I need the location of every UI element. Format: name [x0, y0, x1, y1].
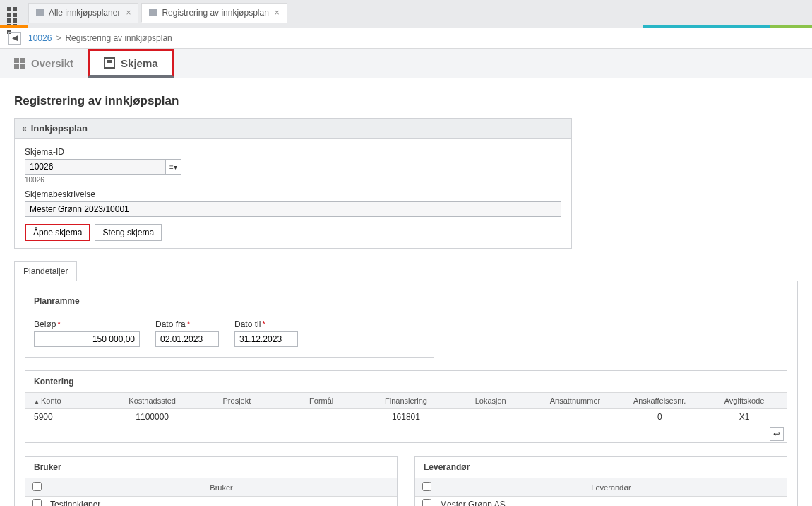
col-avgiftskode[interactable]: Avgiftskode [702, 393, 787, 409]
box-title: Planramme [25, 290, 434, 312]
box-leverandor: Leverandør Leverandør Mester Grønn AS [414, 456, 787, 506]
cell-konto: 5900 [25, 409, 110, 425]
tab-oversikt[interactable]: Oversikt [0, 49, 88, 78]
box-title: Bruker [25, 457, 397, 478]
open-schema-button[interactable]: Åpne skjema [25, 224, 90, 241]
col-bruker[interactable]: Bruker [46, 478, 397, 497]
label-dato-til: Dato til* [234, 319, 298, 329]
tab-label: Skjema [121, 57, 158, 69]
panel-innkjopsplan: « Innkjøpsplan Skjema-ID ≡▾ 10026 Skjema… [14, 118, 572, 249]
app-menu-icon[interactable] [6, 6, 20, 20]
input-belop[interactable] [34, 331, 140, 347]
tab-registrering[interactable]: Registrering av innkjøpsplan × [141, 3, 287, 23]
panel-title: Innkjøpsplan [31, 123, 88, 134]
tab-close-icon[interactable]: × [275, 8, 280, 18]
breadcrumb-sep: > [56, 33, 61, 43]
breadcrumb-current: Registrering av innkjøpsplan [65, 33, 172, 43]
subtab-plandetaljer[interactable]: Plandetaljer [14, 261, 77, 281]
tab-label: Oversikt [31, 57, 73, 69]
page-title: Registrering av innkjøpsplan [14, 94, 798, 108]
label-dato-fra: Dato fra* [155, 319, 219, 329]
tab-icon [36, 9, 44, 16]
label-skjema-id: Skjema-ID [25, 147, 561, 157]
cell-formaal [279, 409, 364, 425]
checkbox-row[interactable] [32, 499, 42, 506]
cell-kostnadssted: 1100000 [110, 409, 195, 425]
tab-icon [149, 9, 157, 16]
input-skjemabeskrivelse[interactable] [25, 201, 561, 217]
form-icon [104, 57, 115, 69]
grid-icon [14, 58, 25, 69]
table-row[interactable]: 5900 1100000 161801 0 X1 [25, 409, 787, 425]
box-title: Leverandør [415, 457, 787, 478]
col-kostnadssted[interactable]: Kostnadssted [110, 393, 195, 409]
view-tabs: Oversikt Skjema [0, 49, 812, 78]
box-title: Kontering [25, 371, 787, 392]
col-lokasjon[interactable]: Lokasjon [448, 393, 533, 409]
cell-ansattnummer [533, 409, 618, 425]
collapse-icon: « [22, 124, 27, 134]
list-item[interactable]: Testinnkjøper [25, 497, 397, 507]
tab-close-icon[interactable]: × [126, 8, 131, 18]
box-planramme: Planramme Beløp* Dato fra* Dato til* [25, 290, 434, 358]
col-ansattnummer[interactable]: Ansattnummer [533, 393, 618, 409]
col-konto[interactable]: ▲Konto [25, 393, 110, 409]
cell-leverandor: Mester Grønn AS [436, 497, 787, 507]
col-checkbox [25, 478, 46, 497]
label-belop: Beløp* [34, 319, 140, 329]
table-leverandor: Leverandør Mester Grønn AS [415, 478, 787, 506]
col-checkbox [415, 478, 436, 497]
checkbox-all-bruker[interactable] [32, 482, 42, 491]
table-kontering: ▲Konto Kostnadssted Prosjekt Formål Fina… [25, 392, 787, 425]
box-kontering: Kontering ▲Konto Kostnadssted Prosjekt F… [25, 370, 787, 443]
cell-anskaffelsesnr: 0 [617, 409, 702, 425]
list-item[interactable]: Mester Grønn AS [415, 497, 787, 507]
skjema-id-dropdown-icon[interactable]: ≡▾ [166, 159, 181, 175]
breadcrumb: ◀ 10026 > Registrering av innkjøpsplan [0, 28, 812, 49]
input-skjema-id[interactable] [25, 159, 166, 175]
box-bruker: Bruker Bruker Testinnkjøper [25, 456, 398, 506]
tab-label: Registrering av innkjøpsplan [162, 8, 268, 18]
input-dato-til[interactable] [234, 331, 298, 347]
panel-header[interactable]: « Innkjøpsplan [15, 119, 571, 139]
tab-skjema[interactable]: Skjema [88, 49, 174, 78]
label-skjemabeskrivelse: Skjemabeskrivelse [25, 189, 561, 199]
cell-lokasjon [448, 409, 533, 425]
close-schema-button[interactable]: Steng skjema [95, 224, 162, 241]
back-button[interactable]: ◀ [8, 32, 21, 45]
sort-asc-icon: ▲ [34, 399, 40, 405]
input-dato-fra[interactable] [155, 331, 219, 347]
col-leverandor[interactable]: Leverandør [436, 478, 787, 497]
cell-finansiering: 161801 [364, 409, 448, 425]
app-tab-strip: Alle innkjøpsplaner × Registrering av in… [0, 0, 812, 25]
col-anskaffelsesnr[interactable]: Anskaffelsesnr. [617, 393, 702, 409]
subtab-pane: Planramme Beløp* Dato fra* Dato til* [14, 281, 798, 506]
col-prosjekt[interactable]: Prosjekt [195, 393, 280, 409]
cell-prosjekt [195, 409, 280, 425]
tab-alle-innkjopsplaner[interactable]: Alle innkjøpsplaner × [28, 3, 138, 23]
col-finansiering[interactable]: Finansiering [364, 393, 448, 409]
cell-avgiftskode: X1 [702, 409, 787, 425]
checkbox-row[interactable] [422, 499, 431, 506]
breadcrumb-link[interactable]: 10026 [28, 33, 52, 43]
table-bruker: Bruker Testinnkjøper PU-INNKJØPER [25, 478, 397, 506]
col-formaal[interactable]: Formål [279, 393, 364, 409]
revert-button[interactable]: ↩ [770, 427, 784, 441]
skjema-id-hint: 10026 [25, 176, 561, 184]
tab-label: Alle innkjøpsplaner [49, 8, 120, 18]
cell-bruker: Testinnkjøper [46, 497, 397, 507]
checkbox-all-leverandor[interactable] [422, 482, 431, 491]
